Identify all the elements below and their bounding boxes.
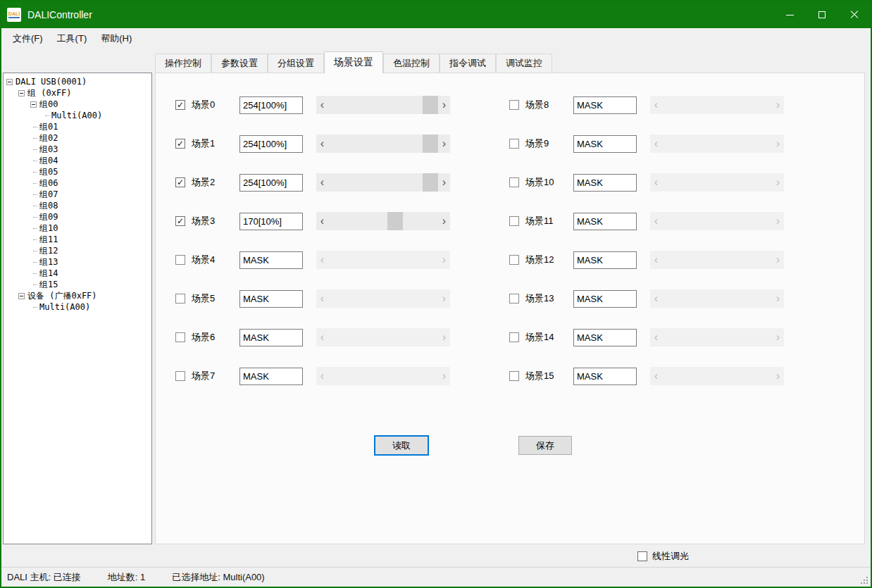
- chevron-right-icon[interactable]: [438, 135, 450, 153]
- tab[interactable]: 调试监控: [496, 54, 552, 73]
- tree-item[interactable]: 组02: [4, 132, 151, 144]
- scene-slider[interactable]: [316, 212, 450, 230]
- chevron-left-icon[interactable]: [650, 367, 662, 385]
- scene-value-input[interactable]: [239, 368, 303, 385]
- chevron-left-icon[interactable]: [650, 135, 662, 153]
- scene-slider[interactable]: [650, 173, 784, 192]
- tree-item[interactable]: 组11: [4, 234, 151, 245]
- scene-checkbox[interactable]: [175, 255, 185, 265]
- chevron-left-icon[interactable]: [650, 96, 662, 114]
- scene-checkbox[interactable]: [175, 139, 185, 149]
- chevron-right-icon[interactable]: [772, 212, 784, 230]
- chevron-right-icon[interactable]: [438, 96, 450, 114]
- tree-item[interactable]: 组10: [4, 223, 151, 234]
- scene-value-input[interactable]: [573, 368, 637, 385]
- collapse-minus-icon[interactable]: [30, 101, 37, 108]
- slider-thumb[interactable]: [387, 212, 403, 230]
- scene-checkbox[interactable]: [509, 255, 519, 265]
- tree-item[interactable]: 组08: [4, 200, 151, 211]
- collapse-minus-icon[interactable]: [18, 90, 25, 96]
- chevron-right-icon[interactable]: [772, 367, 784, 385]
- menu-item[interactable]: 文件(F): [6, 30, 50, 47]
- chevron-left-icon[interactable]: [650, 328, 662, 346]
- slider-thumb[interactable]: [423, 135, 438, 153]
- scene-slider[interactable]: [316, 289, 450, 308]
- chevron-left-icon[interactable]: [316, 251, 328, 269]
- scene-slider[interactable]: [650, 212, 784, 230]
- scene-slider[interactable]: [316, 173, 450, 192]
- chevron-left-icon[interactable]: [316, 367, 328, 385]
- slider-thumb[interactable]: [423, 173, 438, 192]
- scene-checkbox[interactable]: [175, 332, 185, 342]
- minimize-button[interactable]: [773, 1, 806, 28]
- chevron-left-icon[interactable]: [316, 135, 328, 153]
- tree-item[interactable]: 组00: [4, 99, 151, 110]
- scene-checkbox[interactable]: [175, 216, 185, 226]
- scene-slider[interactable]: [316, 328, 450, 346]
- scene-checkbox[interactable]: [509, 177, 519, 187]
- scene-value-input[interactable]: [239, 329, 303, 346]
- chevron-left-icon[interactable]: [650, 251, 662, 269]
- scene-value-input[interactable]: [239, 135, 303, 153]
- tree-item[interactable]: 组06: [4, 177, 151, 189]
- chevron-right-icon[interactable]: [438, 251, 450, 269]
- scene-value-input[interactable]: [239, 290, 303, 308]
- chevron-right-icon[interactable]: [438, 212, 450, 230]
- collapse-minus-icon[interactable]: [6, 79, 13, 85]
- scene-checkbox[interactable]: [175, 294, 185, 304]
- slider-thumb[interactable]: [423, 96, 438, 114]
- tree-item[interactable]: DALI USB(0001): [4, 76, 151, 87]
- tab[interactable]: 指令调试: [440, 54, 496, 73]
- scene-value-input[interactable]: [239, 96, 303, 114]
- scene-value-input[interactable]: [573, 135, 637, 153]
- scene-slider[interactable]: [650, 289, 784, 308]
- tab[interactable]: 分组设置: [268, 54, 324, 73]
- maximize-button[interactable]: [806, 1, 838, 28]
- read-button[interactable]: 读取: [375, 436, 428, 455]
- tree-item[interactable]: 组05: [4, 166, 151, 177]
- scene-checkbox[interactable]: [175, 177, 185, 187]
- chevron-right-icon[interactable]: [438, 367, 450, 385]
- scene-checkbox[interactable]: [509, 371, 519, 381]
- scene-value-input[interactable]: [573, 96, 637, 114]
- scene-slider[interactable]: [650, 367, 784, 385]
- chevron-right-icon[interactable]: [772, 328, 784, 346]
- tree-item[interactable]: 组14: [4, 268, 151, 279]
- scene-slider[interactable]: [316, 251, 450, 269]
- tree-item[interactable]: 组03: [4, 144, 151, 155]
- chevron-left-icon[interactable]: [316, 173, 328, 192]
- tree-item[interactable]: 组15: [4, 279, 151, 290]
- chevron-right-icon[interactable]: [438, 328, 450, 346]
- tree-item[interactable]: Multi(A00): [4, 110, 151, 121]
- resize-grip-icon[interactable]: [860, 576, 868, 584]
- chevron-right-icon[interactable]: [772, 289, 784, 308]
- scene-checkbox[interactable]: [175, 100, 185, 110]
- scene-value-input[interactable]: [573, 213, 637, 230]
- scene-value-input[interactable]: [573, 174, 637, 192]
- scene-value-input[interactable]: [573, 290, 637, 308]
- tree-item[interactable]: Multi(A00): [4, 301, 151, 313]
- scene-value-input[interactable]: [239, 251, 303, 269]
- chevron-left-icon[interactable]: [316, 328, 328, 346]
- linear-dimming-checkbox[interactable]: [637, 551, 647, 561]
- scene-value-input[interactable]: [573, 251, 637, 269]
- tab[interactable]: 参数设置: [211, 54, 268, 73]
- chevron-right-icon[interactable]: [772, 173, 784, 192]
- scene-checkbox[interactable]: [509, 294, 519, 304]
- scene-value-input[interactable]: [239, 174, 303, 192]
- close-button[interactable]: [838, 1, 871, 28]
- chevron-right-icon[interactable]: [772, 251, 784, 269]
- chevron-right-icon[interactable]: [772, 135, 784, 153]
- save-button[interactable]: 保存: [518, 436, 572, 455]
- tree-item[interactable]: 设备 (广播0xFF): [4, 290, 151, 301]
- tab[interactable]: 场景设置: [324, 51, 383, 73]
- tree-item[interactable]: 组 (0xFF): [4, 87, 151, 99]
- scene-checkbox[interactable]: [509, 100, 519, 110]
- tree-item[interactable]: 组12: [4, 245, 151, 256]
- menu-item[interactable]: 帮助(H): [94, 30, 139, 47]
- tab[interactable]: 色温控制: [383, 54, 440, 73]
- tree-item[interactable]: 组13: [4, 256, 151, 268]
- collapse-minus-icon[interactable]: [18, 293, 25, 299]
- scene-slider[interactable]: [650, 251, 784, 269]
- scene-slider[interactable]: [650, 135, 784, 153]
